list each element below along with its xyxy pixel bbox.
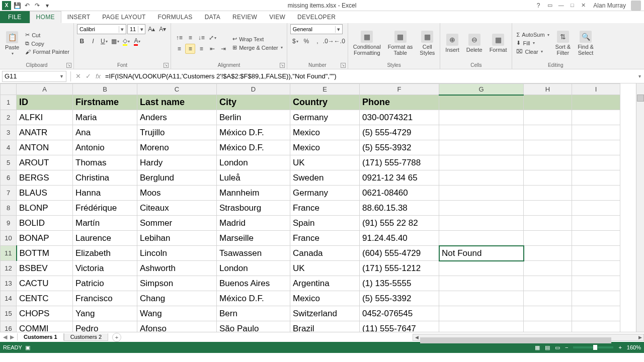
cell-D2[interactable]: Berlin: [217, 110, 290, 125]
cell-D15[interactable]: Bern: [217, 306, 290, 321]
cell-C11[interactable]: Lincoln: [137, 246, 217, 261]
cell-F16[interactable]: (11) 555-7647: [360, 321, 439, 332]
cell-A5[interactable]: AROUT: [17, 155, 73, 170]
cell-I2[interactable]: [572, 110, 620, 125]
view-normal-icon[interactable]: ▦: [535, 344, 540, 351]
horizontal-scrollbar[interactable]: ◀▶: [413, 334, 644, 341]
cell-B10[interactable]: Laurence: [73, 231, 137, 246]
cell-G15[interactable]: [439, 306, 524, 321]
cell-B16[interactable]: Pedro: [73, 321, 137, 332]
cell-E5[interactable]: UK: [290, 155, 360, 170]
cell-D14[interactable]: México D.F.: [217, 291, 290, 306]
qat-redo-icon[interactable]: ↷: [33, 2, 41, 10]
cell-B9[interactable]: Martín: [73, 216, 137, 231]
cell-I4[interactable]: [572, 140, 620, 155]
spreadsheet-grid[interactable]: ABCDEFGHI1IDFirstnameLast nameCityCountr…: [0, 83, 620, 332]
cell-C14[interactable]: Chang: [137, 291, 217, 306]
cell-A3[interactable]: ANATR: [17, 125, 73, 140]
cell-D13[interactable]: Buenos Aires: [217, 276, 290, 291]
clipboard-dialog-launcher-icon[interactable]: ↘: [66, 63, 71, 68]
cell-G3[interactable]: [439, 125, 524, 140]
cell-I3[interactable]: [572, 125, 620, 140]
cell-D4[interactable]: México D.F.: [217, 140, 290, 155]
autosum-button[interactable]: ΣAutoSum▾: [515, 31, 550, 38]
cell-B14[interactable]: Francisco: [73, 291, 137, 306]
cell-I16[interactable]: [572, 321, 620, 332]
cell-A4[interactable]: ANTON: [17, 140, 73, 155]
sheet-nav-prev-icon[interactable]: ◀: [3, 334, 7, 340]
tab-formulas[interactable]: FORMULAS: [152, 11, 199, 23]
insert-cells-button[interactable]: ⊕Insert: [443, 33, 461, 54]
cell-B11[interactable]: Elizabeth: [73, 246, 137, 261]
cell-C13[interactable]: Simpson: [137, 276, 217, 291]
cell-B4[interactable]: Antonio: [73, 140, 137, 155]
align-bottom-icon[interactable]: ↓≡: [196, 33, 206, 43]
clear-button[interactable]: ⌧Clear▾: [515, 48, 550, 55]
cut-button[interactable]: ✂Cut: [24, 31, 70, 39]
fill-button[interactable]: ⬇Fill▾: [515, 39, 550, 47]
cell-G10[interactable]: [439, 231, 524, 246]
cell-B5[interactable]: Thomas: [73, 155, 137, 170]
decrease-font-icon[interactable]: A▾: [157, 24, 168, 34]
row-header-3[interactable]: 3: [1, 125, 17, 140]
decrease-decimal-icon[interactable]: ←.0: [335, 36, 345, 46]
col-header-D[interactable]: D: [217, 84, 290, 95]
cell-I11[interactable]: [572, 246, 620, 261]
cell-A15[interactable]: CHOPS: [17, 306, 73, 321]
cell-B7[interactable]: Hanna: [73, 186, 137, 201]
qat-save-icon[interactable]: 💾: [13, 2, 21, 10]
cell-F13[interactable]: (1) 135-5555: [360, 276, 439, 291]
wrap-text-button[interactable]: ↩Wrap Text: [231, 35, 284, 43]
cell-E1[interactable]: Country: [290, 95, 360, 110]
cell-H5[interactable]: [524, 155, 572, 170]
cell-C8[interactable]: Citeaux: [137, 201, 217, 216]
borders-button[interactable]: ▦▾: [110, 36, 120, 46]
cell-H16[interactable]: [524, 321, 572, 332]
cell-G9[interactable]: [439, 216, 524, 231]
comma-format-icon[interactable]: ,: [312, 36, 323, 46]
align-left-icon[interactable]: ≡: [174, 44, 184, 54]
cell-A2[interactable]: ALFKI: [17, 110, 73, 125]
col-header-F[interactable]: F: [360, 84, 439, 95]
col-header-C[interactable]: C: [137, 84, 217, 95]
cell-F11[interactable]: (604) 555-4729: [360, 246, 439, 261]
cell-C10[interactable]: Lebihan: [137, 231, 217, 246]
row-header-2[interactable]: 2: [1, 110, 17, 125]
cell-H9[interactable]: [524, 216, 572, 231]
tab-home[interactable]: HOME: [30, 11, 61, 23]
cell-H13[interactable]: [524, 276, 572, 291]
cell-G12[interactable]: [439, 261, 524, 276]
cell-D10[interactable]: Marseille: [217, 231, 290, 246]
cell-E3[interactable]: Mexico: [290, 125, 360, 140]
cell-B13[interactable]: Patricio: [73, 276, 137, 291]
font-family-combo[interactable]: Calibri▾: [77, 24, 126, 34]
view-page-layout-icon[interactable]: ▤: [545, 344, 550, 351]
font-size-combo[interactable]: 11▾: [127, 24, 145, 34]
row-header-10[interactable]: 10: [1, 231, 17, 246]
tab-file[interactable]: FILE: [0, 11, 30, 23]
cell-A12[interactable]: BSBEV: [17, 261, 73, 276]
cell-I1[interactable]: [572, 95, 620, 110]
align-center-icon[interactable]: ≡: [185, 44, 195, 54]
cell-F3[interactable]: (5) 555-4729: [360, 125, 439, 140]
sheet-tab-customers 2[interactable]: Customers 2: [64, 333, 108, 341]
cell-D6[interactable]: Luleå: [217, 170, 290, 186]
number-format-combo[interactable]: General▾: [290, 24, 343, 34]
cell-styles-button[interactable]: ▦Cell Styles: [418, 30, 437, 57]
formula-input[interactable]: =IF(ISNA(VLOOKUP(A11,'Customers 2'!$A$2:…: [103, 72, 635, 80]
conditional-formatting-button[interactable]: ▦Conditional Formatting: [351, 30, 383, 57]
cell-A13[interactable]: CACTU: [17, 276, 73, 291]
cell-F12[interactable]: (171) 555-1212: [360, 261, 439, 276]
macro-record-icon[interactable]: ▣: [25, 344, 30, 350]
font-dialog-launcher-icon[interactable]: ↘: [164, 63, 169, 68]
select-all-corner[interactable]: [1, 84, 17, 95]
tab-review[interactable]: REVIEW: [226, 11, 263, 23]
cell-H7[interactable]: [524, 186, 572, 201]
col-header-E[interactable]: E: [290, 84, 360, 95]
enter-formula-icon[interactable]: ✓: [83, 72, 93, 80]
cell-D16[interactable]: São Paulo: [217, 321, 290, 332]
close-icon[interactable]: ✕: [578, 2, 588, 9]
cell-E10[interactable]: France: [290, 231, 360, 246]
cell-D9[interactable]: Madrid: [217, 216, 290, 231]
cell-E7[interactable]: Germany: [290, 186, 360, 201]
